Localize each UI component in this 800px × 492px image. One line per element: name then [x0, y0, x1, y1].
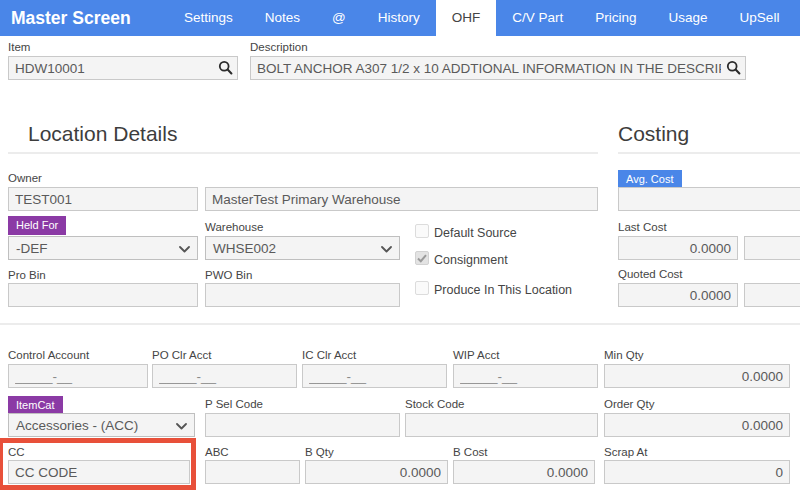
- min-qty-input[interactable]: [604, 364, 790, 388]
- abc-input[interactable]: [205, 460, 300, 484]
- pwo-bin-input[interactable]: [205, 283, 400, 307]
- owner-name-input[interactable]: [205, 187, 598, 211]
- min-qty-label: Min Qty: [604, 349, 644, 361]
- search-icon[interactable]: [218, 60, 233, 79]
- cc-label: CC: [8, 446, 25, 458]
- tab-notes[interactable]: Notes: [249, 0, 316, 36]
- top-navigation-bar: Master Screen Settings Notes @ History O…: [0, 0, 800, 36]
- quoted-cost-secondary-input[interactable]: [744, 283, 800, 307]
- scrap-at-input[interactable]: [604, 460, 790, 484]
- last-cost-label: Last Cost: [618, 221, 667, 233]
- itemcat-select[interactable]: Accessories - (ACC): [8, 413, 195, 437]
- po-clr-acct-label: PO Clr Acct: [152, 349, 211, 361]
- po-clr-acct-input[interactable]: [152, 364, 297, 388]
- avg-cost-input[interactable]: [618, 187, 800, 211]
- item-field-group: [8, 56, 238, 80]
- description-field-group: [250, 56, 746, 80]
- quoted-cost-label: Quoted Cost: [618, 268, 683, 280]
- order-qty-input[interactable]: [604, 413, 790, 437]
- produce-in-location-checkbox[interactable]: [415, 281, 429, 295]
- last-cost-secondary-input[interactable]: [744, 236, 800, 260]
- section-divider: [0, 323, 800, 325]
- chevron-down-icon: [176, 418, 187, 433]
- produce-in-location-label: Produce In This Location: [434, 283, 572, 297]
- b-cost-input[interactable]: [453, 460, 595, 484]
- scrap-at-label: Scrap At: [604, 446, 647, 458]
- tab-at[interactable]: @: [316, 0, 362, 36]
- itemcat-value: Accessories - (ACC): [16, 418, 138, 433]
- costing-divider: [618, 152, 800, 154]
- tab-history[interactable]: History: [362, 0, 436, 36]
- b-cost-label: B Cost: [453, 446, 488, 458]
- ic-clr-acct-input[interactable]: [302, 364, 447, 388]
- order-qty-label: Order Qty: [604, 398, 654, 410]
- b-qty-input[interactable]: [305, 460, 448, 484]
- tab-cv-part[interactable]: C/V Part: [496, 0, 579, 36]
- item-input[interactable]: [8, 56, 238, 80]
- control-account-label: Control Account: [8, 349, 89, 361]
- pwo-bin-label: PWO Bin: [205, 269, 252, 281]
- held-for-badge: Held For: [8, 216, 66, 235]
- tab-pricing[interactable]: Pricing: [579, 0, 652, 36]
- warehouse-value: WHSE002: [213, 241, 276, 256]
- b-qty-label: B Qty: [305, 446, 334, 458]
- costing-title: Costing: [618, 122, 689, 146]
- wip-acct-input[interactable]: [453, 364, 598, 388]
- tab-ohf[interactable]: OHF: [436, 0, 497, 36]
- p-sel-code-input[interactable]: [205, 413, 400, 437]
- pro-bin-label: Pro Bin: [8, 269, 46, 281]
- held-for-select[interactable]: -DEF: [8, 236, 198, 260]
- control-account-input[interactable]: [8, 364, 148, 388]
- location-details-divider: [8, 152, 598, 154]
- ic-clr-acct-label: IC Clr Acct: [302, 349, 356, 361]
- page-title: Master Screen: [11, 0, 131, 36]
- tab-ma-clipped[interactable]: Ma: [795, 0, 800, 36]
- tab-bar: Settings Notes @ History OHF C/V Part Pr…: [168, 0, 800, 36]
- wip-acct-label: WIP Acct: [453, 349, 499, 361]
- check-icon: [417, 254, 427, 263]
- last-cost-input[interactable]: [618, 236, 738, 260]
- owner-code-input[interactable]: [8, 187, 198, 211]
- tab-usage[interactable]: Usage: [653, 0, 724, 36]
- master-screen-window: Master Screen Settings Notes @ History O…: [0, 0, 800, 492]
- chevron-down-icon: [381, 241, 392, 256]
- cc-input[interactable]: [8, 460, 190, 484]
- stock-code-label: Stock Code: [405, 398, 464, 410]
- chevron-down-icon: [179, 241, 190, 256]
- consignment-checkbox: [415, 251, 429, 265]
- warehouse-label: Warehouse: [205, 221, 263, 233]
- stock-code-input[interactable]: [405, 413, 598, 437]
- tab-upsell[interactable]: UpSell: [724, 0, 796, 36]
- p-sel-code-label: P Sel Code: [205, 398, 263, 410]
- description-label: Description: [250, 41, 308, 53]
- abc-label: ABC: [205, 446, 229, 458]
- warehouse-select[interactable]: WHSE002: [205, 236, 400, 260]
- default-source-checkbox[interactable]: [415, 224, 429, 238]
- held-for-value: -DEF: [16, 241, 48, 256]
- tab-settings[interactable]: Settings: [168, 0, 249, 36]
- location-details-title: Location Details: [28, 122, 177, 146]
- owner-label: Owner: [8, 172, 42, 184]
- quoted-cost-input[interactable]: [618, 283, 738, 307]
- search-icon[interactable]: [726, 60, 741, 79]
- item-label: Item: [8, 41, 30, 53]
- consignment-label: Consignment: [434, 253, 508, 267]
- pro-bin-input[interactable]: [8, 283, 198, 307]
- default-source-label: Default Source: [434, 226, 517, 240]
- description-input[interactable]: [250, 56, 746, 80]
